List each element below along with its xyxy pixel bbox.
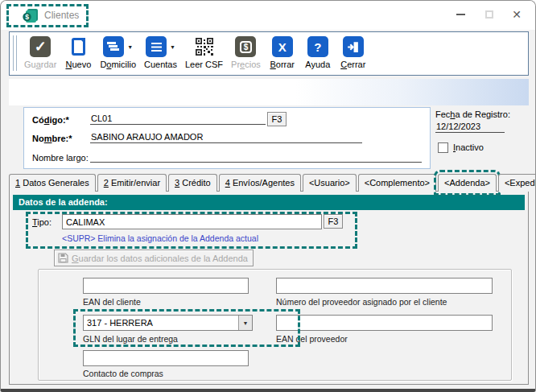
toolbar-label-guardar: Guardar bbox=[24, 60, 56, 69]
addenda-section-header: Datos de la addenda: bbox=[13, 195, 525, 210]
addenda-fields-group: EAN del cliente Número del proveedor asi… bbox=[38, 269, 512, 381]
nombre-label: Nombre:* bbox=[32, 134, 72, 143]
tipo-f3-button[interactable]: F3 bbox=[324, 214, 343, 229]
toolbar-button-nuevo[interactable]: Nuevo bbox=[60, 35, 96, 70]
gln-lugar-entrega-select[interactable]: 317 - HERRERA ▼ bbox=[83, 315, 253, 331]
save-check-icon: ✓ bbox=[30, 36, 51, 57]
inactivo-label: Inactivo bbox=[453, 142, 484, 152]
ean-cliente-label: EAN del cliente bbox=[83, 297, 141, 307]
tab-credito[interactable]: 3 Crédito bbox=[168, 174, 217, 192]
maximize-button[interactable] bbox=[477, 1, 501, 28]
dollar-glyph: $ bbox=[25, 13, 29, 21]
addenda-panel: Datos de la addenda: Tipo: F3 <SUPR> Eli… bbox=[9, 191, 529, 385]
toolbar-button-leer-csf[interactable]: Leer CSF bbox=[181, 35, 227, 70]
domicilio-dropdown-icon[interactable]: ▼ bbox=[127, 44, 133, 50]
contacto-compras-label: Contacto de compras bbox=[83, 369, 163, 378]
ean-cliente-input[interactable] bbox=[83, 278, 249, 294]
address-stack-icon bbox=[103, 36, 124, 57]
save-addenda-data-button[interactable]: Guardar los datos adicionales de la Adde… bbox=[54, 250, 254, 266]
delete-x-icon: X bbox=[272, 36, 293, 57]
numero-proveedor-label: Número del proveedor asignado por el cli… bbox=[276, 297, 447, 307]
tab-emitir-enviar[interactable]: 2 Emitir/enviar bbox=[97, 174, 167, 192]
save-addenda-label: Guardar los datos adicionales de la Adde… bbox=[72, 254, 248, 263]
toolbar-button-borrar[interactable]: X Borrar bbox=[265, 35, 300, 70]
fecha-registro-input[interactable] bbox=[435, 120, 505, 133]
titlebar: $ Clientes ✕ bbox=[1, 1, 535, 30]
cuentas-dropdown-icon[interactable]: ▼ bbox=[170, 44, 175, 50]
minimize-button[interactable] bbox=[448, 1, 472, 28]
tab-envios-agentes[interactable]: 4 Envíos/Agentes bbox=[219, 174, 301, 192]
gln-lugar-entrega-label: GLN del lugar de entrega bbox=[83, 334, 178, 344]
maximize-icon bbox=[485, 10, 493, 19]
toolbar-button-cerrar[interactable]: Cerrar bbox=[336, 35, 371, 70]
close-button[interactable]: ✕ bbox=[505, 1, 529, 28]
toolbar-button-ayuda[interactable]: ? Ayuda bbox=[300, 35, 336, 70]
toolbar-label-borrar: Borrar bbox=[270, 60, 295, 69]
window-title: Clientes bbox=[44, 1, 79, 30]
toolbar-button-guardar[interactable]: ✓ Guardar bbox=[20, 35, 60, 70]
toolbar-label-ayuda: Ayuda bbox=[305, 60, 330, 69]
codigo-label: Código:* bbox=[32, 115, 69, 125]
prices-dollar-icon: $ bbox=[235, 36, 256, 57]
gln-combo-arrow-icon[interactable]: ▼ bbox=[238, 316, 252, 330]
contacto-compras-input[interactable] bbox=[83, 350, 249, 366]
tipo-addenda-input[interactable] bbox=[62, 214, 322, 229]
toolbar-label-leer-csf: Leer CSF bbox=[185, 60, 223, 69]
qr-code-icon bbox=[196, 38, 213, 56]
toolbar-label-domicilio: Domicilio bbox=[100, 60, 136, 69]
nombre-largo-label: Nombre largo: bbox=[32, 153, 89, 163]
supr-remove-addenda-link[interactable]: <SUPR> Elimina la asignación de la Adden… bbox=[62, 233, 258, 243]
tab-complemento[interactable]: <Complemento> bbox=[358, 174, 436, 192]
app-ledger-icon: $ bbox=[22, 6, 39, 24]
client-header-box: Código:* F3 Nombre:* Nombre largo: bbox=[23, 107, 431, 169]
fecha-registro-label: Fecha de Registro: bbox=[435, 109, 510, 119]
numero-proveedor-input[interactable] bbox=[276, 278, 493, 294]
floppy-disk-icon bbox=[58, 253, 68, 263]
toolbar-button-precios[interactable]: $ Precios bbox=[227, 35, 265, 70]
header-gradient-band bbox=[9, 79, 529, 105]
clientes-window: $ Clientes ✕ ✓ Guardar Nuevo ▼ Domicilio bbox=[0, 0, 536, 392]
gln-selected-value: 317 - HERRERA bbox=[84, 318, 238, 328]
tab-expediente[interactable]: <Expediente> bbox=[498, 174, 536, 192]
tab-addenda[interactable]: <Addenda> bbox=[438, 174, 497, 192]
nombre-largo-input[interactable] bbox=[90, 150, 422, 163]
tab-usuario[interactable]: <Usuario> bbox=[303, 174, 357, 192]
accounts-list-icon bbox=[146, 36, 167, 57]
inactivo-checkbox[interactable] bbox=[438, 142, 448, 153]
toolbar-button-domicilio[interactable]: ▼ Domicilio bbox=[96, 35, 140, 70]
toolbar-button-cuentas[interactable]: ▼ Cuentas bbox=[140, 35, 181, 70]
toolbar-label-precios: Precios bbox=[231, 60, 261, 69]
toolbar-gripper bbox=[13, 35, 17, 71]
tab-datos-generales[interactable]: 1 Datos Generales bbox=[9, 174, 96, 192]
ean-proveedor-label: EAN del proveedor bbox=[276, 334, 348, 344]
codigo-input[interactable] bbox=[90, 112, 266, 125]
toolbar-label-nuevo: Nuevo bbox=[65, 60, 91, 69]
tipo-label: Tipo: bbox=[32, 217, 52, 227]
exit-door-icon bbox=[343, 36, 364, 57]
toolbar-label-cerrar: Cerrar bbox=[340, 60, 365, 69]
nombre-input[interactable] bbox=[90, 130, 362, 143]
new-page-icon bbox=[72, 38, 85, 56]
tabstrip: 1 Datos Generales 2 Emitir/enviar 3 Créd… bbox=[9, 174, 536, 192]
codigo-f3-button[interactable]: F3 bbox=[267, 112, 287, 126]
ean-proveedor-input[interactable] bbox=[276, 315, 493, 331]
toolbar: ✓ Guardar Nuevo ▼ Domicilio ▼ Cuentas bbox=[9, 31, 529, 76]
close-icon: ✕ bbox=[512, 8, 522, 21]
minimize-icon bbox=[456, 14, 465, 15]
toolbar-label-cuentas: Cuentas bbox=[144, 60, 177, 69]
help-question-icon: ? bbox=[307, 36, 328, 57]
